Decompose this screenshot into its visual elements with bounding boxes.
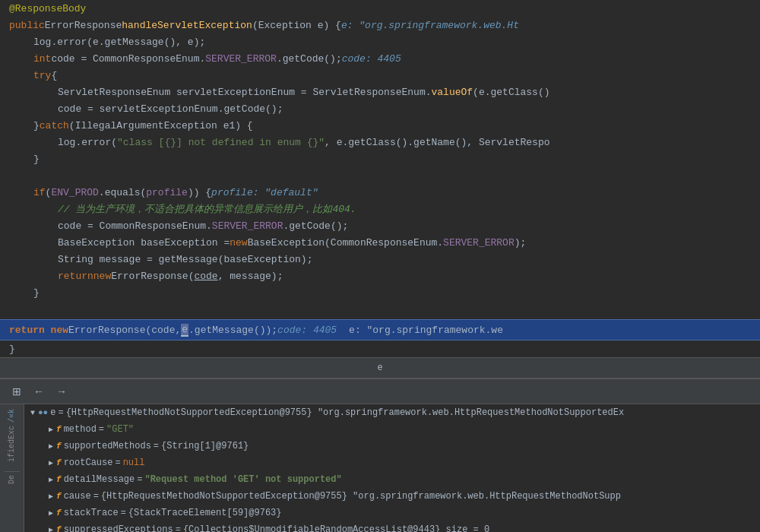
var-row-suppressed[interactable]: ▶ f suppressedExceptions = {Collections$… [24,521,760,532]
variables-list: ▼ ●● e = {HttpRequestMethodNotSupportedE… [24,404,760,532]
var-row-method[interactable]: ▶ f method = "GET" [24,421,760,438]
code-line-if: if (ENV_PROD.equals(profile)) { profile:… [0,184,760,201]
close-catch-brace: } [33,154,40,165]
log-rest: , e.getClass().getName(), ServletRespo [325,137,549,148]
suppressed-value: {Collections$UnmodifiableRandomAccessLis… [183,524,489,532]
code-assign2: code = CommonResponseEnum. [58,220,212,232]
debug-forward-btn[interactable]: → [53,384,70,399]
expand-arrow-detail[interactable]: ▶ [49,475,53,484]
stack-eq: = [121,508,126,518]
server-error-enum: SERVER_ERROR [205,53,277,65]
code-line-method-sig: public ErrorResponse handleServletExcept… [0,17,760,33]
int-kw: int [33,53,51,65]
e-value: {HttpRequestMethodNotSupportedException@… [66,407,625,418]
debug-grid-btn[interactable]: ⊞ [9,384,24,399]
cause-var-name: cause [64,491,91,502]
log-error-call: .error( [75,137,117,148]
var-row-e-root[interactable]: ▼ ●● e = {HttpRequestMethodNotSupportedE… [24,404,760,421]
f-icon-cause: f [56,492,62,501]
code-line-catch: } catch (IllegalArgumentException e1) { [0,117,760,134]
debugger-toolbar: ⊞ ← → [0,378,760,404]
code-line-empty [0,167,760,184]
valueof-fn: valueOf [431,87,473,98]
detail-eq: = [137,474,142,485]
method-var-name: method [64,424,97,435]
f-icon-suppressed: f [56,525,62,532]
ide-window: @ResponseBody public ErrorResponse handl… [0,0,760,532]
supported-value: {String[1]@9761} [161,441,249,451]
code-line-servlet-enum: ServletResponseEnum servletExceptionEnum… [0,84,760,100]
var-row-stack-trace[interactable]: ▶ f stackTrace = {StackTraceElement[59]@… [24,505,760,521]
expand-arrow-e[interactable]: ▼ [30,409,35,417]
code-line-close-if: } [0,284,760,301]
var-row-supported-methods[interactable]: ▶ f supportedMethods = {String[1]@9761} [24,438,760,454]
base-ex-ctor: BaseException(CommonResponseEnum. [248,237,443,249]
expand-arrow-method[interactable]: ▶ [49,425,53,434]
if-paren-open: ( [46,187,52,198]
code-line-code: int code = CommonResponseEnum.SERVER_ERR… [0,50,760,67]
expand-arrow-supported[interactable]: ▶ [49,442,53,451]
code-line-annotation: @ResponseBody [0,0,760,17]
debug-code-val: code: 4405 [342,53,401,65]
debug-profile-val: profile: "default" [211,187,318,198]
getmessage-hl: .getMessage()); [188,325,277,336]
brace-close2: } [33,120,40,131]
return-kw: return [58,271,93,282]
e-eq: = [58,407,63,418]
detail-var-name: detailMessage [64,474,135,485]
code-underlined: code [194,271,217,282]
expand-arrow-rootcause[interactable]: ▶ [49,458,53,467]
debug-val-e: e: "org.springframework.web.Ht [341,20,519,31]
stack-var-name: stackTrace [64,508,119,518]
method-name: handleServletException [122,20,252,31]
var-row-detail-message[interactable]: ▶ f detailMessage = "Request method 'GET… [24,471,760,488]
suppressed-var-name: suppressedExceptions [64,524,173,532]
new-kw: new [230,237,247,249]
closing-brace: } [9,344,15,355]
suppressed-eq: = [176,524,181,532]
new-kw2: new [93,271,111,282]
f-icon-rootcause: f [56,458,62,467]
var-row-root-cause[interactable]: ▶ f rootCause = null [24,454,760,471]
log2: log [58,137,75,148]
base-ex-decl: BaseException baseException = [58,237,230,249]
code-line-log-error: log.error("class [{}] not defined in enu… [0,134,760,150]
circle-icon-e: ●● [38,408,48,417]
expand-arrow-cause[interactable]: ▶ [49,492,53,501]
method-value: "GET" [106,424,134,435]
env-prod: ENV_PROD [51,187,98,198]
e-var-name: e [50,407,55,418]
code-line-code-assign: code = servletExceptionEnum.getCode(); [0,100,760,117]
cause-eq: = [93,491,99,502]
debug-code-hl: code: 4405 [277,325,337,336]
code-line-base-ex: BaseException baseException = new BaseEx… [0,234,760,251]
code-line-try: try { [0,67,760,84]
if-kw: if [33,187,46,198]
cursor-char: e [181,324,188,337]
getclass-call: (e.getClass() [473,87,549,98]
getcode: .getCode(); [277,53,342,65]
divider [5,471,20,472]
f-icon-supported: f [56,442,62,451]
var-row-cause[interactable]: ▶ f cause = {HttpRequestMethodNotSupport… [24,488,760,505]
log-call: log.error(e.getMessage(), e); [33,36,205,48]
stack-value: {StackTraceElement[59]@9763} [128,508,282,518]
debug-back-btn[interactable]: ← [30,384,47,399]
code-editor: @ResponseBody public ErrorResponse handl… [0,0,760,319]
method-eq: = [99,424,104,435]
left-label-de: De [8,475,16,484]
params: (Exception e) { [252,20,341,31]
server-error2: SERVER_ERROR [212,220,283,232]
code-line-log: log.error(e.getMessage(), e); [0,33,760,50]
supported-var-name: supportedMethods [64,441,151,451]
expand-arrow-suppressed[interactable]: ▶ [49,525,53,532]
detail-value: "Request method 'GET' not supported" [144,474,341,485]
code-line-close-catch: } [0,150,760,167]
left-label-jsk: /«k [8,409,16,423]
brace-open: { [51,70,57,81]
expand-arrow-stack[interactable]: ▶ [49,508,53,518]
equals-call: .equals( [99,187,146,198]
debug-e-short: e: "org.springframework.we [349,325,503,336]
catch-param: (IllegalArgumentException e1) { [69,120,253,131]
chinese-comment-text: // 当为生产环境，不适合把具体的异常信息展示给用户，比如404. [58,202,356,216]
